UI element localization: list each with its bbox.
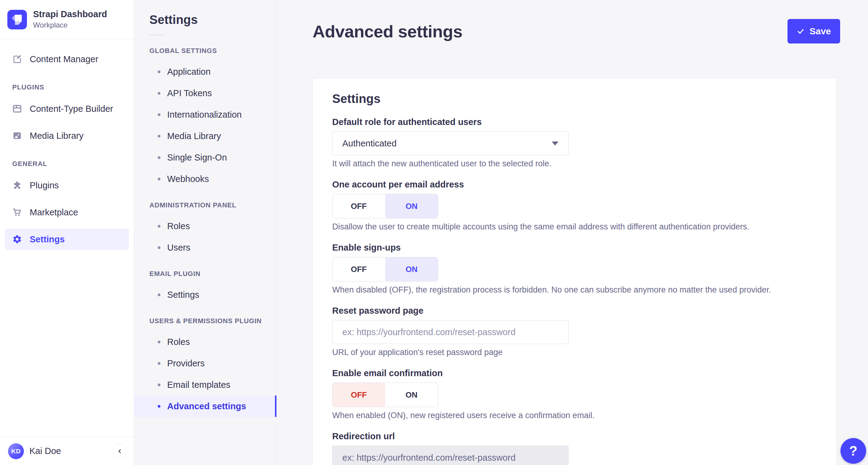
content-type-builder-icon: [12, 104, 22, 114]
workspace-subtitle: Workplace: [33, 21, 107, 29]
sidebar-item-marketplace[interactable]: Marketplace: [5, 202, 129, 223]
chevron-left-icon: [116, 448, 123, 455]
toggle-on-option[interactable]: ON: [385, 257, 438, 281]
settings-card: Settings Default role for authenticated …: [313, 79, 836, 465]
subnav-item-label: API Tokens: [167, 88, 212, 98]
save-button-label: Save: [809, 26, 831, 36]
subnav-item-label: Media Library: [167, 131, 221, 141]
collapse-sidebar-button[interactable]: [114, 444, 126, 459]
subnav-item-up-roles[interactable]: Roles: [134, 331, 276, 353]
subnav-item-label: Users: [167, 242, 190, 253]
reset-password-input[interactable]: [332, 320, 568, 344]
sidebar-item-label: Plugins: [30, 180, 59, 191]
content-manager-icon: [12, 54, 22, 64]
bullet-icon: [158, 156, 160, 159]
subnav-title: Settings: [149, 13, 276, 27]
subnav-item-label: Settings: [167, 290, 199, 300]
sidebar-item-plugins[interactable]: Plugins: [5, 175, 129, 196]
field-redirection-url: Redirection url: [332, 431, 816, 465]
subnav-item-label: Roles: [167, 337, 190, 347]
bullet-icon: [158, 135, 160, 138]
puzzle-icon: [12, 180, 22, 190]
toggle-off-option[interactable]: OFF: [333, 383, 385, 407]
bullet-icon: [158, 246, 160, 249]
sidebar-item-content-type-builder[interactable]: Content-Type Builder: [5, 98, 129, 119]
subnav-item-label: Providers: [167, 358, 205, 369]
subnav-item-webhooks[interactable]: Webhooks: [134, 168, 276, 190]
save-button[interactable]: Save: [787, 19, 840, 43]
primary-sidebar: Strapi Dashboard Workplace Content Manag…: [0, 0, 134, 465]
subnav-item-email-templates[interactable]: Email templates: [134, 374, 276, 396]
sidebar-item-label: Marketplace: [30, 207, 78, 217]
help-button[interactable]: ?: [840, 438, 866, 464]
check-icon: [797, 27, 805, 35]
toggle-on-option[interactable]: ON: [385, 194, 438, 218]
bullet-icon: [158, 383, 160, 386]
avatar[interactable]: KD: [8, 443, 24, 459]
subnav-item-internationalization[interactable]: Internationalization: [134, 104, 276, 125]
toggle-off-option[interactable]: OFF: [333, 194, 385, 218]
field-label: One account per email address: [332, 179, 816, 190]
subnav-section-administration-panel: ADMINISTRATION PANEL: [149, 201, 276, 209]
bullet-icon: [158, 293, 160, 296]
sidebar-item-label: Content-Type Builder: [30, 104, 113, 114]
subnav-section-email-plugin: EMAIL PLUGIN: [149, 270, 276, 278]
page-title: Advanced settings: [313, 22, 462, 41]
subnav-item-label: Webhooks: [167, 174, 209, 184]
field-one-account: One account per email address OFF ON Dis…: [332, 179, 816, 232]
field-default-role: Default role for authenticated users Aut…: [332, 117, 816, 169]
field-hint: When enabled (ON), new registered users …: [332, 411, 816, 420]
subnav-item-label: Advanced settings: [167, 401, 246, 411]
field-hint: URL of your application's reset password…: [332, 348, 816, 357]
sidebar-item-label: Settings: [30, 234, 65, 244]
field-hint: Disallow the user to create multiple acc…: [332, 222, 816, 232]
subnav-item-single-sign-on[interactable]: Single Sign-On: [134, 147, 276, 168]
brand-text: Strapi Dashboard Workplace: [33, 9, 107, 30]
gear-icon: [12, 234, 22, 244]
user-name: Kai Doe: [29, 446, 61, 456]
sidebar-item-settings[interactable]: Settings: [5, 229, 129, 250]
sidebar-section-plugins: PLUGINS: [12, 83, 134, 91]
bullet-icon: [158, 225, 160, 228]
email-confirmation-toggle: OFF ON: [332, 383, 438, 407]
field-label: Default role for authenticated users: [332, 117, 816, 127]
field-label: Enable email confirmation: [332, 368, 816, 378]
sidebar-item-content-manager[interactable]: Content Manager: [5, 49, 129, 70]
subnav-item-email-settings[interactable]: Settings: [134, 284, 276, 306]
sidebar-item-label: Media Library: [30, 131, 84, 141]
settings-subnav: Settings GLOBAL SETTINGS Application API…: [134, 0, 277, 465]
subnav-item-api-tokens[interactable]: API Tokens: [134, 82, 276, 104]
field-sign-ups: Enable sign-ups OFF ON When disabled (OF…: [332, 242, 816, 295]
bullet-icon: [158, 362, 160, 365]
media-library-icon: [12, 131, 22, 141]
subnav-item-application[interactable]: Application: [134, 61, 276, 82]
select-value: Authenticated: [342, 139, 397, 149]
field-label: Reset password page: [332, 306, 816, 316]
subnav-item-providers[interactable]: Providers: [134, 353, 276, 374]
bullet-icon: [158, 341, 160, 343]
field-label: Redirection url: [332, 431, 816, 441]
card-title: Settings: [332, 92, 816, 106]
subnav-item-label: Roles: [167, 221, 190, 231]
subnav-item-media-library[interactable]: Media Library: [134, 125, 276, 147]
page-header: Advanced settings Save: [313, 19, 840, 43]
default-role-select[interactable]: Authenticated: [332, 132, 568, 155]
bullet-icon: [158, 113, 160, 116]
subnav-item-label: Email templates: [167, 380, 230, 390]
subnav-item-label: Single Sign-On: [167, 152, 227, 163]
divider: [149, 35, 164, 35]
toggle-on-option[interactable]: ON: [385, 383, 438, 407]
sidebar-item-media-library[interactable]: Media Library: [5, 125, 129, 146]
subnav-item-admin-roles[interactable]: Roles: [134, 215, 276, 237]
main-nav: Content Manager PLUGINS Content-Type Bui…: [0, 49, 134, 250]
toggle-off-option[interactable]: OFF: [333, 257, 385, 281]
sidebar-section-general: GENERAL: [12, 160, 134, 168]
caret-down-icon: [552, 142, 558, 146]
subnav-item-label: Internationalization: [167, 110, 242, 120]
cart-icon: [12, 207, 22, 217]
subnav-item-admin-users[interactable]: Users: [134, 237, 276, 258]
workspace-title: Strapi Dashboard: [33, 9, 107, 19]
subnav-item-advanced-settings[interactable]: Advanced settings: [134, 396, 276, 417]
strapi-logo-icon: [7, 10, 27, 29]
workspace-switcher[interactable]: Strapi Dashboard Workplace: [0, 0, 134, 39]
